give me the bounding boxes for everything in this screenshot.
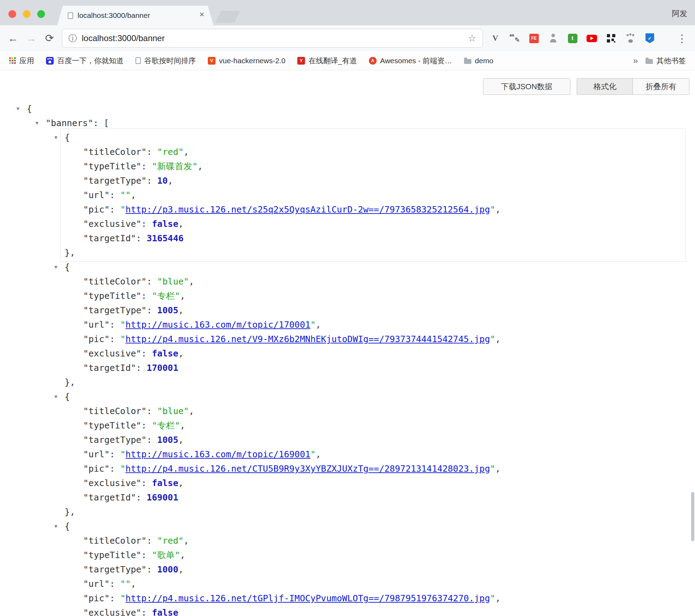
minimize-window-button[interactable]: [23, 10, 31, 18]
json-token: ": [490, 464, 495, 474]
json-token: false: [152, 348, 178, 359]
url-text[interactable]: localhost:3000/banner: [82, 33, 463, 43]
fe-extension-icon[interactable]: FE: [528, 32, 540, 44]
json-token: },: [65, 248, 75, 258]
bookmark-youdao-translate[interactable]: Y 在线翻译_有道: [297, 56, 357, 66]
json-url-link[interactable]: http://music.163.com/m/topic/169001: [125, 449, 310, 459]
tab-close-icon[interactable]: ×: [199, 10, 204, 19]
vimium-extension-icon[interactable]: V: [489, 32, 501, 44]
json-token: ,: [184, 147, 189, 157]
shield-check-extension-icon[interactable]: ✓: [644, 32, 656, 44]
json-token: :: [136, 492, 147, 503]
json-token: "url": [83, 449, 110, 459]
json-url-link[interactable]: http://p4.music.126.net/CTU5B9R9y3XyYBZX…: [125, 464, 490, 474]
collapse-triangle-icon[interactable]: ▼: [35, 116, 38, 130]
awesomes-a-icon: A: [369, 57, 377, 65]
json-token: : [: [93, 118, 109, 128]
download-json-button[interactable]: 下载JSON数据: [483, 78, 570, 95]
json-token: ": [120, 320, 125, 330]
json-token: ,: [180, 420, 185, 431]
json-token: :: [147, 564, 157, 575]
json-token: "typeTitle": [83, 550, 141, 560]
json-token: :: [141, 420, 152, 431]
json-object-close: },: [0, 375, 695, 389]
json-property: "typeTitle": "歌单",: [0, 548, 695, 562]
json-token: ,: [131, 579, 136, 589]
json-property: "url": "",: [0, 188, 695, 202]
json-token: ": [120, 204, 125, 215]
bookmark-star-icon[interactable]: ☆: [468, 33, 476, 44]
bookmarks-overflow-button[interactable]: »: [633, 56, 638, 66]
json-url-link[interactable]: http://p4.music.126.net/V9-MXz6b2MNhEKju…: [125, 334, 490, 344]
json-token: :: [110, 320, 120, 330]
bookmark-google-sort[interactable]: 谷歌按时间排序: [135, 56, 196, 66]
collapse-triangle-icon[interactable]: ▼: [16, 101, 19, 116]
json-token: "exclusive": [83, 219, 141, 229]
paw-extension-icon[interactable]: [624, 32, 636, 44]
collapse-all-button[interactable]: 折叠所有: [633, 78, 689, 95]
json-token: ": [120, 334, 125, 344]
json-property: "typeTitle": "专栏",: [0, 289, 695, 303]
json-token: 1005: [157, 305, 178, 315]
person-extension-icon[interactable]: [547, 32, 559, 44]
json-token: ": [120, 449, 125, 459]
bookmark-vue-hackernews[interactable]: V vue-hackernews-2.0: [208, 57, 285, 65]
collapse-triangle-icon[interactable]: ▼: [54, 130, 57, 145]
json-token: "url": [83, 579, 110, 589]
kebab-menu-icon[interactable]: ⋮: [674, 32, 690, 45]
json-token: :: [147, 147, 157, 157]
maximize-window-button[interactable]: [37, 10, 45, 18]
bookmarks-bar: 应用 百度一下，你就知道 谷歌按时间排序 V vue-hackernews-2.…: [0, 51, 695, 70]
bookmark-awesomes[interactable]: A Awesomes - 前端资…: [369, 56, 452, 66]
json-token: "titleColor": [83, 406, 147, 416]
browser-tab[interactable]: localhost:3000/banner ×: [57, 6, 213, 25]
bookmark-baidu[interactable]: 百度一下，你就知道: [46, 56, 124, 66]
green-t-extension-icon[interactable]: t: [567, 32, 578, 44]
profile-name[interactable]: 阿发: [672, 8, 687, 19]
json-token: :: [141, 478, 152, 488]
json-token: :: [147, 435, 157, 445]
json-token: ,: [168, 176, 173, 186]
json-token: "exclusive": [83, 608, 141, 616]
json-token: :: [110, 464, 120, 474]
close-window-button[interactable]: [8, 10, 16, 18]
json-token: :: [141, 608, 152, 616]
page-icon: [68, 12, 73, 19]
info-icon[interactable]: ⓘ: [68, 33, 77, 44]
other-bookmarks-folder[interactable]: 其他书签: [646, 56, 686, 66]
json-token: ,: [495, 204, 501, 215]
format-button[interactable]: 格式化: [577, 78, 633, 95]
json-property: "exclusive": false,: [0, 217, 695, 231]
collapse-triangle-icon[interactable]: ▼: [54, 260, 57, 274]
address-bar[interactable]: ⓘ localhost:3000/banner ☆: [62, 29, 483, 48]
bookmark-demo-folder[interactable]: demo: [464, 57, 494, 65]
scrollbar-thumb[interactable]: [691, 492, 694, 541]
json-token: ,: [180, 550, 185, 560]
json-token: "url": [83, 320, 110, 330]
json-url-link[interactable]: http://music.163.com/m/topic/170001: [125, 320, 310, 330]
json-url-link[interactable]: http://p4.music.126.net/tGPljf-IMOCyPvum…: [125, 593, 490, 603]
back-button[interactable]: ←: [5, 33, 21, 44]
json-property: "targetType": 1000,: [0, 562, 695, 577]
json-property: "typeTitle": "新碟首发",: [0, 159, 695, 173]
json-token: "red": [157, 536, 184, 546]
forward-button[interactable]: →: [23, 33, 39, 44]
youtube-extension-icon[interactable]: [586, 32, 598, 44]
json-property: "pic": "http://p4.music.126.net/CTU5B9R9…: [0, 461, 695, 476]
json-token: :: [110, 204, 120, 215]
json-token: "专栏": [152, 420, 180, 431]
reload-button[interactable]: ⟳: [41, 33, 58, 44]
new-tab-button[interactable]: [216, 11, 240, 23]
json-token: ,: [184, 536, 189, 546]
translate-extension-icon[interactable]: en✎: [509, 32, 521, 44]
json-token: "targetId": [83, 233, 136, 243]
json-property: "targetId": 169001: [0, 490, 695, 505]
json-token: ,: [178, 348, 184, 359]
collapse-triangle-icon[interactable]: ▼: [54, 519, 57, 533]
qr-code-extension-icon[interactable]: [605, 32, 617, 44]
bookmark-apps[interactable]: 应用: [9, 56, 34, 66]
json-url-link[interactable]: http://p3.music.126.net/s25q2x5QyqsAzilC…: [125, 204, 490, 215]
collapse-triangle-icon[interactable]: ▼: [54, 389, 57, 404]
json-property: "targetId": 170001: [0, 361, 695, 375]
json-token: :: [110, 449, 120, 459]
